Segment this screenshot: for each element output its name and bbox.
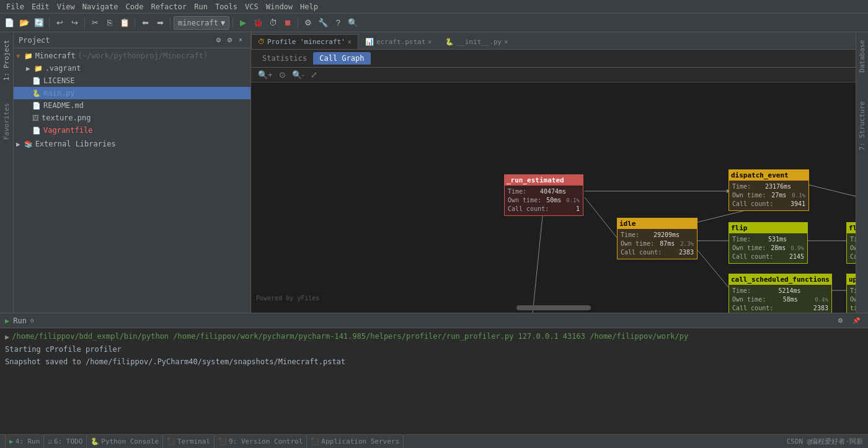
menu-help[interactable]: Help xyxy=(296,2,322,11)
toolbar-redo[interactable]: ↪ xyxy=(68,16,81,30)
toolbar: 📄 📂 🔄 ↩ ↪ ✂ ⎘ 📋 ⬅ ➡ minecraft ▼ ▶ 🐞 ⏱ ⏹ … xyxy=(0,14,868,32)
project-header-actions: ⚙ ⚙ × xyxy=(213,35,246,45)
vtab-project[interactable]: 1: Project xyxy=(1,35,12,86)
tree-item-main-py[interactable]: 🐍 main.py xyxy=(14,87,250,99)
menu-window[interactable]: Window xyxy=(262,2,296,11)
run-pin-btn[interactable]: 📌 xyxy=(849,314,863,328)
menu-refactor[interactable]: Refactor xyxy=(147,2,190,11)
toolbar-run-btn[interactable]: ▶ xyxy=(236,16,250,30)
menu-code[interactable]: Code xyxy=(122,2,148,11)
profiler-tab-callgraph[interactable]: Call Graph xyxy=(313,52,370,65)
toolbar-paste[interactable]: 📋 xyxy=(118,16,131,30)
menu-vcs[interactable]: VCS xyxy=(241,2,262,11)
vtab-database[interactable]: Database xyxy=(856,35,868,78)
vtab-favorites[interactable]: Favorites xyxy=(1,98,12,145)
tree-item-minecraft-root[interactable]: ▼ 📁 Minecraft (~/work/pythonproj/Minecra… xyxy=(14,50,250,62)
menu-file[interactable]: File xyxy=(2,2,28,11)
node-update[interactable]: update Time:5140ms Own time:44ms0.5% Cal… xyxy=(846,274,856,313)
call-graph-area[interactable]: _run_estimated Time:40474ms Own time:50m… xyxy=(251,83,856,313)
toolbar-more1[interactable]: ⚙ xyxy=(301,16,315,30)
toolbar-sep2 xyxy=(84,17,85,29)
fit-btn[interactable]: ⤢ xyxy=(309,69,319,80)
status-bar: ▶ 4: Run ☑ 6: TODO 🐍 Python Console ⬛ Te… xyxy=(0,434,868,448)
tab-bar: ⏱ Profile 'minecraft' × 📊 ecraft.pstat ×… xyxy=(251,32,856,50)
zoom-reset-btn[interactable]: ⊙ xyxy=(277,69,288,80)
graph-scrollbar[interactable] xyxy=(516,305,591,310)
project-gear-btn[interactable]: ⚙ xyxy=(224,35,234,45)
project-settings-btn[interactable]: ⚙ xyxy=(213,35,223,45)
run-settings-btn[interactable]: ⚙ xyxy=(833,314,847,328)
status-run[interactable]: ▶ 4: Run xyxy=(5,435,44,448)
readme-icon: 📄 xyxy=(32,102,41,110)
toolbar-run-dropdown[interactable]: minecraft ▼ xyxy=(174,16,229,30)
tree-item-readme[interactable]: 📄 README.md xyxy=(14,99,250,112)
run-tab-icon: ⚙ xyxy=(30,317,34,324)
node-call-scheduled-callcount: Call count:2383 xyxy=(732,304,828,313)
menu-view[interactable]: View xyxy=(53,2,79,11)
toolbar-undo[interactable]: ↩ xyxy=(53,16,66,30)
toolbar-new[interactable]: 📄 xyxy=(2,16,16,30)
toolbar-search[interactable]: 🔍 xyxy=(346,16,360,30)
menu-tools[interactable]: Tools xyxy=(211,2,241,11)
run-line-1-icon: ▶ xyxy=(5,331,9,343)
zoom-out-btn[interactable]: 🔍- xyxy=(290,69,306,80)
status-todo-label: 6: TODO xyxy=(54,437,82,446)
tree-item-license[interactable]: 📄 LICENSE xyxy=(14,74,250,87)
node-idle[interactable]: idle Time:29209ms Own time:87ms2.3% Call… xyxy=(617,218,698,259)
toolbar-help[interactable]: ? xyxy=(331,16,345,30)
toolbar-find-prev[interactable]: ⬅ xyxy=(138,16,152,30)
node-flip-right-owntime: Own time:488ms xyxy=(850,244,856,253)
toolbar-open[interactable]: 📂 xyxy=(17,16,31,30)
toolbar-debug-btn[interactable]: 🐞 xyxy=(251,16,265,30)
menu-edit[interactable]: Edit xyxy=(28,2,53,11)
run-icon: ▶ xyxy=(5,316,9,325)
tree-item-vagrant[interactable]: ▶ 📁 .vagrant xyxy=(14,62,250,74)
toolbar-find-next[interactable]: ➡ xyxy=(153,16,167,30)
node-update-owntime: Own time:44ms0.5% xyxy=(850,295,856,313)
menu-navigate[interactable]: Navigate xyxy=(79,2,122,11)
status-todo[interactable]: ☑ 6: TODO xyxy=(44,435,87,448)
toolbar-sync[interactable]: 🔄 xyxy=(32,16,46,30)
tab-pstat[interactable]: 📊 ecraft.pstat × xyxy=(358,34,439,49)
tab-init[interactable]: 🐍 __init__.py × xyxy=(438,34,515,49)
node-flip-left[interactable]: flip Time:531ms Own time:28ms0.9% Call c… xyxy=(728,222,808,264)
status-version-control[interactable]: ⬛ 9: Version Control xyxy=(215,435,307,448)
node-run-estimated-title: _run_estimated xyxy=(505,175,583,186)
toolbar-sep4 xyxy=(170,17,170,29)
tab-init-close[interactable]: × xyxy=(504,38,508,45)
menu-run[interactable]: Run xyxy=(190,2,211,11)
status-run-label: 4: Run xyxy=(16,437,40,446)
vtab-structure[interactable]: 7: Structure xyxy=(856,96,868,155)
toolbar-profile-btn[interactable]: ⏱ xyxy=(266,16,280,30)
toolbar-stop-btn[interactable]: ⏹ xyxy=(281,16,294,30)
zoom-in-btn[interactable]: 🔍+ xyxy=(256,69,275,80)
node-flip-right-callcount: Call count:2145 xyxy=(850,253,856,261)
node-call-scheduled-title: call_scheduled_functions xyxy=(729,274,831,285)
node-flip-right[interactable]: flip Time:492ms Own time:488ms Call coun… xyxy=(846,222,856,264)
tree-item-ext-libs[interactable]: ▶ 📚 External Libraries xyxy=(14,138,250,150)
tree-label-ext-libs: External Libraries xyxy=(35,140,116,148)
toolbar-cut[interactable]: ✂ xyxy=(88,16,102,30)
status-python-console[interactable]: 🐍 Python Console xyxy=(87,435,163,448)
tab-profile-close[interactable]: × xyxy=(348,38,352,45)
status-app-servers[interactable]: ⬛ Application Servers xyxy=(307,435,404,448)
node-dispatch-event[interactable]: dispatch_event Time:23176ms Own time:27m… xyxy=(728,169,809,211)
status-right-text: CSDN @编程爱好者·阿新 xyxy=(787,437,863,446)
status-python-icon: 🐍 xyxy=(91,437,99,446)
tab-profile-icon: ⏱ xyxy=(258,38,265,46)
sidebar-with-vtabs: 1: Project Favorites Project ⚙ ⚙ × ▼ 📁 M… xyxy=(0,32,251,313)
tree-item-vagrantfile[interactable]: 📄 Vagrantfile xyxy=(14,124,250,137)
toolbar-copy[interactable]: ⎘ xyxy=(103,16,117,30)
project-hide-btn[interactable]: × xyxy=(236,35,246,45)
toolbar-more2[interactable]: 🔧 xyxy=(316,16,330,30)
node-run-estimated[interactable]: _run_estimated Time:40474ms Own time:50m… xyxy=(504,174,583,216)
node-call-scheduled-time: Time:5214ms xyxy=(732,287,828,295)
profiler-tab-statistics[interactable]: Statistics xyxy=(256,52,313,65)
tab-profile[interactable]: ⏱ Profile 'minecraft' × xyxy=(251,34,358,49)
tab-pstat-close[interactable]: × xyxy=(428,38,432,45)
run-line-1-text: /home/filippov/bdd_exmpl/bin/python /hom… xyxy=(12,331,688,342)
powered-by-label: Powered by yFiles xyxy=(256,295,319,302)
tree-item-texture[interactable]: 🖼 texture.png xyxy=(14,112,250,124)
node-call-scheduled[interactable]: call_scheduled_functions Time:5214ms Own… xyxy=(728,274,832,313)
status-terminal[interactable]: ⬛ Terminal xyxy=(163,435,215,448)
